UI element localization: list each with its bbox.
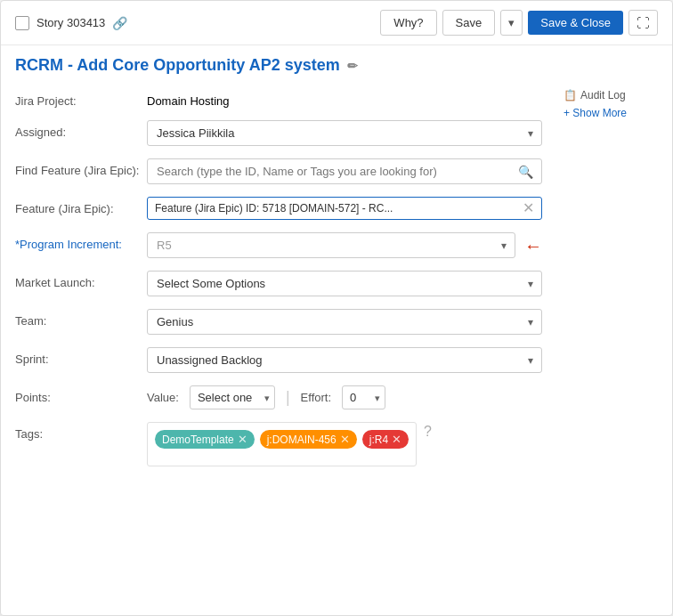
tags-row-wrapper: DemoTemplate ✕ j:DOMAIN-456 ✕ j:R4 ✕ ? (147, 422, 432, 466)
program-increment-row: *Program Increment: R5 ← (15, 232, 542, 258)
pipe-divider: | (286, 388, 290, 407)
tags-container[interactable]: DemoTemplate ✕ j:DOMAIN-456 ✕ j:R4 ✕ (147, 422, 417, 466)
market-launch-select-wrap: Select Some Options (147, 271, 542, 296)
page-title-bar: RCRM - Add Core Opportunity AP2 system ✏ (1, 45, 672, 78)
tag-jdomain-456-text: j:DOMAIN-456 (267, 434, 336, 446)
sprint-select[interactable]: Unassigned Backlog (147, 347, 542, 373)
team-label: Team: (15, 309, 140, 328)
feature-epic-text: Feature (Jira Epic) ID: 5718 [DOMAIN-572… (155, 202, 515, 215)
audit-log-link[interactable]: 📋 Audit Log (564, 89, 658, 101)
team-select[interactable]: Genius (147, 309, 542, 335)
pi-select-wrap: R5 (147, 232, 515, 258)
sprint-label: Sprint: (15, 347, 140, 366)
find-feature-row: Find Feature (Jira Epic): 🔍 (15, 158, 542, 184)
sprint-row: Sprint: Unassigned Backlog (15, 347, 542, 373)
find-feature-search-wrap: 🔍 (147, 158, 542, 184)
feature-epic-tag: Feature (Jira Epic) ID: 5718 [DOMAIN-572… (147, 197, 542, 220)
effort-select-wrap: 0 1 2 3 5 8 13 (342, 385, 385, 409)
feature-epic-close-icon[interactable]: ✕ (523, 201, 534, 215)
modal-container: Story 303413 🔗 Why? Save ▾ Save & Close … (0, 0, 673, 616)
tag-jdomain-456-close-icon[interactable]: ✕ (340, 433, 350, 446)
why-button[interactable]: Why? (380, 10, 436, 36)
story-checkbox-icon[interactable] (15, 16, 29, 30)
page-title: RCRM - Add Core Opportunity AP2 system ✏ (15, 56, 658, 75)
form-section: Jira Project: Domain Hosting Assigned: J… (1, 85, 556, 608)
pi-wrap: R5 ← (147, 232, 542, 258)
search-icon: 🔍 (518, 165, 533, 179)
help-icon[interactable]: ? (424, 424, 432, 440)
tag-jr4-text: j:R4 (369, 434, 388, 446)
effort-select[interactable]: 0 1 2 3 5 8 13 (342, 385, 385, 409)
team-select-wrap: Genius (147, 309, 542, 335)
feature-epic-label: Feature (Jira Epic): (15, 197, 140, 215)
points-controls: Value: Select one 1 2 3 5 8 13 | E (147, 385, 385, 409)
tag-jr4: j:R4 ✕ (362, 430, 409, 449)
link-icon[interactable]: 🔗 (112, 16, 127, 30)
expand-button[interactable]: ⛶ (628, 10, 658, 36)
feature-epic-row: Feature (Jira Epic): Feature (Jira Epic)… (15, 197, 542, 220)
market-launch-label: Market Launch: (15, 271, 140, 289)
program-increment-label: *Program Increment: (15, 232, 140, 251)
find-feature-input[interactable] (147, 158, 542, 184)
jira-project-value: Domain Hosting (147, 89, 542, 108)
effort-label: Effort: (301, 391, 331, 404)
page-title-text: RCRM - Add Core Opportunity AP2 system (15, 56, 340, 75)
show-more-link[interactable]: + Show More (564, 107, 658, 119)
tag-jdomain-456: j:DOMAIN-456 ✕ (260, 430, 357, 449)
header-buttons: Why? Save ▾ Save & Close ⛶ (380, 10, 658, 36)
jira-project-row: Jira Project: Domain Hosting (15, 89, 542, 108)
value-select[interactable]: Select one 1 2 3 5 8 13 (190, 385, 275, 409)
jira-project-label: Jira Project: (15, 89, 140, 108)
modal-header: Story 303413 🔗 Why? Save ▾ Save & Close … (1, 1, 672, 45)
team-row: Team: Genius (15, 309, 542, 335)
save-button[interactable]: Save (442, 10, 496, 36)
tag-demo-template-text: DemoTemplate (162, 434, 234, 446)
modal-body: Jira Project: Domain Hosting Assigned: J… (1, 78, 672, 615)
audit-log-icon: 📋 (564, 89, 577, 101)
tags-label: Tags: (15, 422, 140, 441)
assigned-select-wrap: Jessica Piikkila (147, 120, 542, 146)
sidebar: 📋 Audit Log + Show More (556, 85, 672, 608)
value-label: Value: (147, 391, 179, 404)
program-increment-select[interactable]: R5 (147, 232, 515, 258)
market-launch-row: Market Launch: Select Some Options (15, 271, 542, 296)
header-left: Story 303413 🔗 (15, 16, 127, 30)
save-split-button[interactable]: ▾ (500, 10, 523, 36)
market-launch-select[interactable]: Select Some Options (147, 271, 542, 296)
tag-jr4-close-icon[interactable]: ✕ (392, 433, 401, 446)
audit-log-label: Audit Log (580, 89, 626, 101)
sprint-select-wrap: Unassigned Backlog (147, 347, 542, 373)
tags-row: Tags: DemoTemplate ✕ j:DOMAIN-456 ✕ j:R4 (15, 422, 542, 466)
edit-pencil-icon[interactable]: ✏ (347, 59, 358, 73)
assigned-label: Assigned: (15, 120, 140, 139)
points-label: Points: (15, 385, 140, 404)
tag-demo-template-close-icon[interactable]: ✕ (238, 433, 247, 446)
find-feature-label: Find Feature (Jira Epic): (15, 158, 140, 177)
arrow-indicator-icon: ← (524, 237, 542, 255)
assigned-row: Assigned: Jessica Piikkila (15, 120, 542, 146)
value-select-wrap: Select one 1 2 3 5 8 13 (190, 385, 275, 409)
save-close-button[interactable]: Save & Close (528, 11, 623, 35)
assigned-select[interactable]: Jessica Piikkila (147, 120, 542, 146)
points-row: Points: Value: Select one 1 2 3 5 8 13 (15, 385, 542, 409)
story-id-label: Story 303413 (36, 16, 105, 29)
tag-demo-template: DemoTemplate ✕ (155, 430, 255, 449)
